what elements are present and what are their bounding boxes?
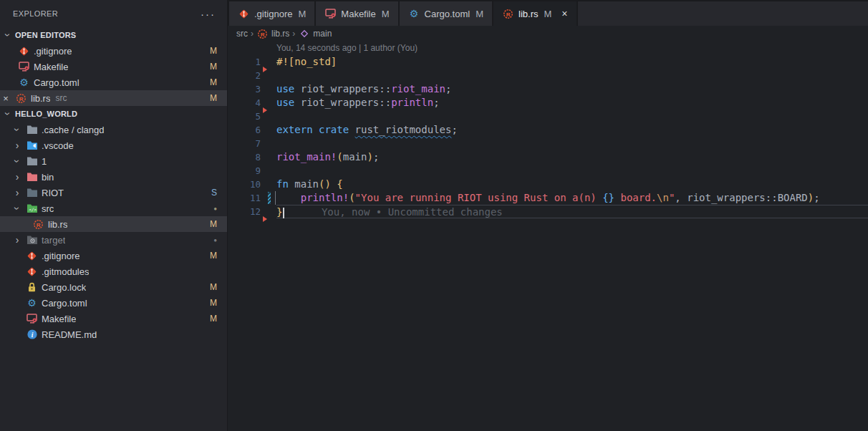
tree-item-1[interactable]: ›1 [0, 153, 227, 169]
tab-label: .gitignore [254, 9, 292, 19]
file-label: Cargo.lock [42, 282, 86, 293]
code-token: \n [657, 192, 669, 203]
line-number: 12 [250, 205, 261, 218]
code-token: use [276, 97, 301, 108]
open-editor-item[interactable]: .gitignoreM [0, 43, 227, 59]
git-status-badge: M [210, 251, 217, 261]
close-icon[interactable]: × [0, 93, 11, 104]
code-token: ( [337, 151, 342, 163]
line-number: 11 [250, 191, 261, 205]
sidebar-title: EXPLORER [13, 9, 58, 18]
tree-item-lib-rs[interactable]: Rlib.rsM [0, 216, 227, 232]
code-line-5[interactable]: 5 [228, 110, 868, 123]
gutter: 4 [228, 96, 276, 110]
open-editor-item[interactable]: ⚙Cargo.tomlM [0, 74, 227, 90]
folder-icon [26, 155, 38, 167]
gutter: 2 [228, 69, 276, 82]
code-text [276, 137, 868, 150]
open-editor-item[interactable]: MakefileM [0, 59, 227, 74]
code-token: main [343, 151, 367, 163]
workspace-root-header[interactable]: › HELLO_WORLD [0, 106, 227, 122]
code-line-8[interactable]: 8riot_main!(main); [228, 150, 868, 164]
code-line-10[interactable]: 10fn main() { [228, 178, 868, 191]
code-line-12[interactable]: 12}You, now • Uncommitted changes [228, 205, 868, 218]
tree-item-makefile[interactable]: MakefileM [0, 311, 227, 326]
tab-modified-badge: M [544, 9, 551, 19]
gutter: 11 [228, 191, 276, 205]
open-editor-item[interactable]: ×Rlib.rssrcM [0, 90, 227, 106]
code-token: ) [808, 192, 814, 203]
git-icon [238, 8, 250, 19]
code-token: ( [349, 192, 355, 203]
close-icon[interactable]: × [561, 8, 567, 19]
code-line-1[interactable]: 1#![no_std] [228, 55, 868, 69]
code-line-2[interactable]: 2 [228, 69, 868, 82]
tree-item-bin[interactable]: ›bin [0, 169, 227, 185]
git-deleted-lines-icon[interactable] [263, 216, 267, 222]
breadcrumb-item-main[interactable]: main [298, 28, 332, 39]
breadcrumb-label: main [313, 29, 332, 39]
tree-item-cargo-toml[interactable]: ⚙Cargo.tomlM [0, 295, 227, 311]
git-deleted-lines-icon[interactable] [263, 107, 267, 113]
code-line-11[interactable]: 11 println!("You are running RIOT using … [228, 191, 868, 205]
code-line-6[interactable]: 6extern crate rust_riotmodules; [228, 123, 868, 137]
breadcrumb-item-lib-rs[interactable]: Rlib.rs [256, 28, 289, 39]
target-folder-icon [26, 234, 38, 246]
line-number: 7 [255, 137, 261, 150]
code-token: {} [602, 192, 614, 203]
svg-text:i: i [31, 331, 33, 339]
tree-item--gitignore[interactable]: .gitignoreM [0, 248, 227, 263]
tab-modified-badge: M [382, 9, 390, 19]
code-line-3[interactable]: 3use riot_wrappers::riot_main; [228, 82, 868, 96]
rust-icon: R [32, 218, 44, 230]
tree-item-src[interactable]: ›</>src● [0, 200, 227, 216]
gutter: 1 [228, 55, 276, 69]
file-tree: ›.cache / clangd›.vscode›1›bin›RIOTS›</>… [0, 122, 227, 342]
code-line-4[interactable]: 4use riot_wrappers::println; [228, 96, 868, 110]
git-status-badge: M [210, 62, 217, 72]
symbol-icon [298, 28, 310, 39]
git-deleted-lines-icon[interactable] [263, 67, 267, 72]
tree-item-target[interactable]: ›target● [0, 232, 227, 248]
code-text [276, 164, 868, 178]
file-label: src [42, 203, 54, 214]
code-text [276, 110, 868, 123]
code-line-9[interactable]: 9 [228, 164, 868, 178]
tree-item--cache-clangd[interactable]: ›.cache / clangd [0, 122, 227, 137]
breadcrumb-item-src[interactable]: src [236, 29, 248, 39]
git-blame-inline: You, now • Uncommitted changes [322, 206, 503, 218]
breadcrumb-separator: › [292, 29, 295, 39]
gutter: 10 [228, 178, 276, 191]
tab-bar: .gitignoreMMakefileM⚙Cargo.tomlMRlib.rsM… [228, 0, 868, 26]
code-token: { [337, 178, 342, 190]
tab-cargo-toml[interactable]: ⚙Cargo.tomlM [400, 1, 493, 26]
open-editors-header[interactable]: › OPEN EDITORS [0, 27, 227, 43]
tree-item--vscode[interactable]: ›.vscode [0, 137, 227, 153]
code-token: "You are running RIOT using Rust on a(n) [355, 192, 603, 203]
gear-icon: ⚙ [26, 297, 38, 309]
chevron-down-icon: › [3, 109, 13, 119]
file-label: target [42, 235, 65, 246]
file-label: bin [42, 172, 54, 183]
tab--gitignore[interactable]: .gitignoreM [228, 1, 316, 26]
code-text: fn main() { [276, 178, 868, 191]
tree-item-riot[interactable]: ›RIOTS [0, 185, 227, 200]
tab-makefile[interactable]: MakefileM [316, 1, 399, 26]
code-line-7[interactable]: 7 [228, 137, 868, 150]
lock-icon [26, 281, 38, 293]
chevron-right-icon: › [12, 235, 22, 245]
gutter: 9 [228, 164, 276, 178]
tree-item--gitmodules[interactable]: .gitmodules [0, 263, 227, 279]
code-token: main [294, 178, 319, 190]
more-actions-icon[interactable]: ··· [201, 8, 216, 20]
tree-item-readme-md[interactable]: iREADME.md [0, 326, 227, 342]
tree-item-cargo-lock[interactable]: Cargo.lockM [0, 279, 227, 295]
tab-modified-badge: M [298, 9, 306, 19]
tab-lib-rs[interactable]: Rlib.rsM× [493, 1, 577, 26]
git-modified-gutter-icon[interactable] [268, 192, 271, 204]
chevron-down-icon: › [12, 203, 22, 213]
tab-label: Cargo.toml [425, 9, 471, 19]
line-number: 6 [255, 123, 261, 137]
code-editor[interactable]: 1#![no_std]23use riot_wrappers::riot_mai… [228, 55, 868, 431]
explorer-sidebar: EXPLORER ··· › OPEN EDITORS .gitignoreMM… [0, 0, 228, 431]
